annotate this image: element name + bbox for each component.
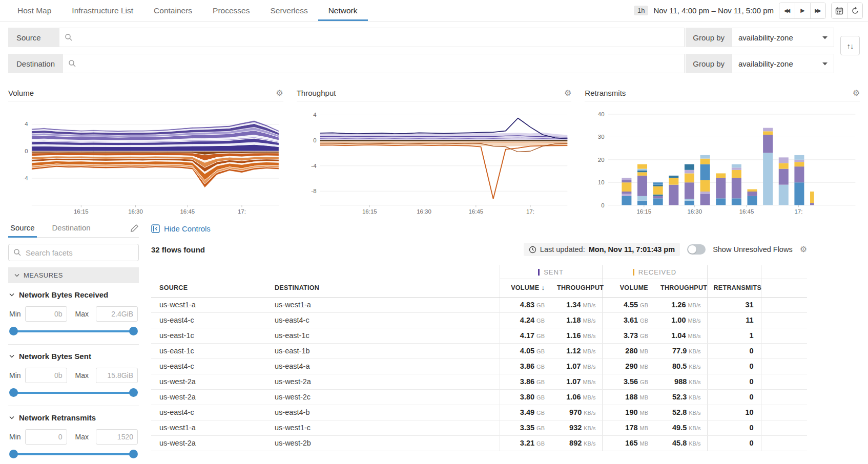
min-input-network-bytes-received[interactable] — [25, 306, 67, 322]
gear-icon[interactable]: ⚙ — [853, 89, 860, 97]
retransmits-cell: 0 — [707, 420, 761, 435]
measures-section-header[interactable]: MEASURES — [8, 267, 139, 283]
source-group-by-select[interactable]: availability-zone — [732, 28, 834, 47]
facet-tab-source[interactable]: Source — [8, 219, 37, 238]
table-row[interactable]: us-west-2aus-west-2c3.80GB1.06MB/s188MB5… — [151, 389, 807, 405]
tab-infrastructure-list[interactable]: Infrastructure List — [61, 0, 143, 21]
max-input-network-retransmits[interactable] — [96, 429, 138, 445]
received-volume-cell: 178MB — [602, 420, 654, 435]
metric-unit: MB/s — [688, 302, 700, 308]
destination-cell: us-east4-c — [266, 312, 500, 328]
table-row[interactable]: us-west-2aus-west-2b3.21GB892KB/s165MB45… — [151, 435, 807, 451]
sent-volume-cell: 4.83GB — [500, 297, 551, 312]
source-cell: us-west-2a — [151, 374, 266, 389]
table-row[interactable]: us-east-1cus-east-1c4.17GB1.16MB/s3.73GB… — [151, 328, 807, 343]
facet-tab-destination[interactable]: Destination — [50, 219, 93, 238]
slider-handle-left[interactable] — [9, 327, 18, 335]
time-range-text[interactable]: Nov 11, 4:00 pm – Nov 11, 5:00 pm — [653, 6, 774, 15]
range-slider-network-bytes-received[interactable] — [9, 325, 138, 338]
column-source[interactable]: SOURCE — [151, 279, 266, 297]
table-group-header-row: SENT RECEIVED — [151, 265, 807, 279]
svg-text:4: 4 — [313, 112, 316, 118]
metric-value: 970 — [569, 408, 582, 416]
metric-unit: GB — [536, 425, 545, 431]
metric-value: 988 — [674, 377, 687, 386]
retransmits-chart-plot[interactable]: 01020304016:1516:3016:4517: — [585, 101, 860, 217]
tab-containers[interactable]: Containers — [143, 0, 202, 21]
refresh-button[interactable] — [847, 3, 862, 18]
svg-text:20: 20 — [598, 157, 605, 163]
column-retransmits[interactable]: RETRANSMITS — [707, 279, 761, 297]
top-nav: Host MapInfrastructure ListContainersPro… — [0, 0, 868, 22]
destination-group-by-select[interactable]: availability-zone — [732, 54, 834, 73]
throughput-chart-plot[interactable]: 40-4-816:1516:3016:4517: — [297, 101, 572, 217]
tab-processes[interactable]: Processes — [202, 0, 260, 21]
slider-handle-right[interactable] — [129, 388, 138, 397]
destination-group-by-label: Group by — [686, 54, 732, 73]
metric-value: 1.16 — [566, 331, 581, 340]
destination-filter-label: Destination — [8, 54, 63, 73]
max-input-network-bytes-received[interactable] — [96, 306, 138, 322]
source-search-box — [59, 28, 685, 47]
chevron-down-icon — [9, 354, 14, 358]
sent-throughput-cell: 1.07MB/s — [551, 358, 602, 374]
table-row[interactable]: us-west1-aus-west1-c3.35GB932KB/s178MB49… — [151, 420, 807, 435]
facet-group-header[interactable]: Network Bytes Sent — [9, 352, 138, 361]
table-row[interactable]: us-east4-cus-east4-c4.24GB1.18MB/s3.61GB… — [151, 312, 807, 328]
table-row[interactable]: us-east-1cus-east-1b4.05GB1.12MB/s280MB7… — [151, 343, 807, 358]
rewind-button[interactable]: ◀◀ — [779, 3, 795, 18]
search-icon — [68, 59, 76, 68]
column-destination[interactable]: DESTINATION — [266, 279, 500, 297]
metric-value: 1.12 — [566, 347, 581, 355]
column-received-volume[interactable]: VOLUME — [602, 279, 654, 297]
time-range-chip[interactable]: 1h — [634, 6, 648, 15]
calendar-button[interactable] — [832, 3, 847, 18]
hide-controls-link[interactable]: Hide Controls — [151, 224, 211, 233]
sent-throughput-cell: 1.06MB/s — [551, 389, 602, 405]
max-input-network-bytes-sent[interactable] — [96, 368, 138, 383]
table-row[interactable]: us-west1-aus-west1-a4.83GB1.34MB/s4.55GB… — [151, 297, 807, 312]
min-input-network-retransmits[interactable] — [25, 429, 67, 445]
chevron-down-icon — [9, 293, 14, 297]
sent-volume-cell: 3.86GB — [500, 358, 551, 374]
table-row[interactable]: us-east4-cus-east4-b3.49GB970KB/s190MB52… — [151, 405, 807, 420]
show-unresolved-toggle[interactable] — [687, 244, 706, 255]
last-updated-label: Last updated: — [540, 245, 585, 254]
destination-search-input[interactable] — [80, 59, 679, 68]
sent-volume-cell: 4.24GB — [500, 312, 551, 328]
received-throughput-cell: 988KB/s — [654, 374, 707, 389]
metric-value: 1.06 — [566, 393, 581, 401]
facet-group-header[interactable]: Network Bytes Received — [9, 290, 138, 299]
tab-host-map[interactable]: Host Map — [7, 0, 61, 21]
slider-handle-left[interactable] — [9, 450, 18, 458]
column-sent-volume[interactable]: VOLUME↓ — [500, 279, 551, 297]
slider-handle-right[interactable] — [129, 450, 138, 458]
metric-unit: GB — [536, 394, 545, 400]
range-slider-network-retransmits[interactable] — [9, 448, 138, 461]
tab-serverless[interactable]: Serverless — [260, 0, 318, 21]
fast-forward-button[interactable]: ▶▶ — [810, 3, 825, 18]
column-sent-throughput[interactable]: THROUGHPUT — [551, 279, 602, 297]
source-search-input[interactable] — [77, 33, 679, 42]
min-input-network-bytes-sent[interactable] — [25, 368, 67, 383]
metric-unit: KB/s — [689, 425, 700, 431]
facet-group-header[interactable]: Network Retransmits — [9, 413, 138, 422]
swap-source-destination-button[interactable]: ↑↓ — [840, 36, 860, 55]
table-settings-gear-icon[interactable]: ⚙ — [800, 245, 807, 254]
metric-unit: GB — [536, 333, 545, 339]
volume-chart-plot[interactable]: 40-416:1516:3016:4517: — [8, 101, 283, 217]
table-row[interactable]: us-east4-cus-east4-a3.86GB1.07MB/s290MB8… — [151, 358, 807, 374]
spacer-cell — [761, 343, 807, 358]
edit-facets-button[interactable] — [130, 224, 139, 233]
table-row[interactable]: us-west-2aus-west-2a3.86GB1.07MB/s3.56GB… — [151, 374, 807, 389]
slider-handle-right[interactable] — [129, 327, 138, 335]
gear-icon[interactable]: ⚙ — [276, 89, 283, 97]
play-button[interactable]: ▶ — [795, 3, 810, 18]
facet-search-input[interactable] — [26, 248, 134, 257]
range-slider-network-bytes-sent[interactable] — [9, 386, 138, 399]
tab-network[interactable]: Network — [318, 0, 368, 21]
metric-unit: GB — [536, 348, 545, 354]
column-received-throughput[interactable]: THROUGHPUT — [654, 279, 707, 297]
slider-handle-left[interactable] — [9, 388, 18, 397]
gear-icon[interactable]: ⚙ — [564, 89, 571, 97]
